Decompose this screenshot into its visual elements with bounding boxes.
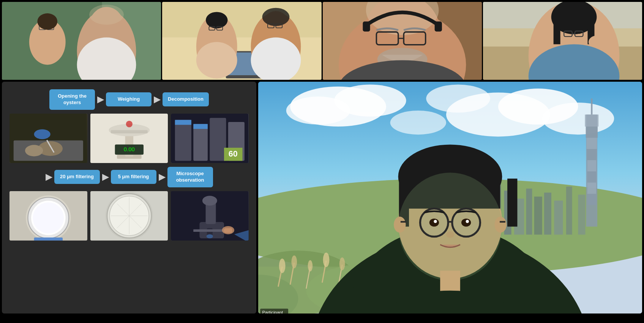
svg-rect-128 — [534, 196, 542, 234]
svg-rect-141 — [587, 194, 596, 205]
svg-rect-85 — [194, 124, 208, 161]
svg-rect-111 — [224, 228, 232, 233]
svg-rect-134 — [585, 114, 598, 127]
btn-weighing: Weighing — [106, 92, 152, 106]
svg-point-106 — [202, 196, 217, 206]
svg-text:0.00: 0.00 — [123, 146, 134, 152]
svg-point-82 — [126, 120, 132, 127]
arrow-4: ▶ — [159, 172, 165, 182]
svg-rect-142 — [591, 98, 592, 114]
svg-point-153 — [291, 255, 297, 268]
top-video-row: Aleksandra Zuk — [0, 0, 644, 82]
btn-filter-20um: 20 μm filtering — [54, 170, 100, 184]
svg-point-9 — [37, 13, 57, 30]
svg-rect-137 — [587, 149, 597, 160]
btn-opening-oysters: Opening theoysters — [49, 89, 95, 110]
workflow-row-1: Opening theoysters ▶ Weighing ▶ Decompos… — [9, 89, 249, 110]
svg-point-30 — [262, 8, 290, 26]
participant-2-video: Pei-Chieh Lin — [162, 2, 321, 80]
arrow-2: ▶ — [154, 95, 160, 104]
svg-point-120 — [390, 111, 446, 135]
svg-rect-91 — [194, 124, 208, 129]
svg-rect-136 — [587, 138, 597, 149]
participant-3-video: Participant — [323, 2, 482, 80]
btn-microscope: Microscopeobservation — [167, 167, 213, 187]
svg-point-23 — [206, 12, 227, 28]
video-participant-3: Participant — [323, 2, 482, 80]
svg-rect-90 — [175, 120, 191, 125]
svg-rect-59 — [553, 17, 560, 44]
btn-decomposition: Decomposition — [163, 92, 209, 106]
bottom-row: Opening theoysters ▶ Weighing ▶ Decompos… — [0, 82, 644, 315]
svg-rect-127 — [526, 188, 532, 234]
img-filter-20um — [9, 191, 87, 241]
svg-rect-131 — [566, 187, 572, 234]
svg-rect-163 — [507, 179, 517, 226]
svg-rect-130 — [554, 201, 563, 235]
arrow-3: ▶ — [102, 172, 109, 182]
workflow-row-2: ▶ 20 μm filtering ▶ 5 μm filtering ▶ Mic… — [9, 167, 249, 187]
svg-rect-43 — [363, 22, 370, 32]
svg-point-175 — [461, 218, 471, 226]
svg-point-71 — [25, 145, 43, 156]
svg-rect-97 — [34, 238, 63, 241]
btn-filter-5um: 5 μm filtering — [111, 170, 156, 184]
svg-point-155 — [323, 253, 330, 267]
svg-point-164 — [398, 173, 502, 280]
img-weighing-scale: 0.00 — [90, 114, 168, 163]
svg-rect-129 — [544, 193, 551, 235]
video-participant-1: Aleksandra Zuk — [2, 2, 161, 80]
svg-point-27 — [196, 42, 237, 78]
svg-text:Participant: Participant — [262, 310, 283, 314]
svg-rect-139 — [587, 171, 596, 182]
svg-point-177 — [466, 220, 469, 223]
svg-rect-140 — [587, 183, 596, 194]
arrow-1: ▶ — [97, 95, 104, 104]
images-row-2 — [9, 191, 249, 241]
presentation-panel: Opening theoysters ▶ Weighing ▶ Decompos… — [2, 82, 256, 314]
participant-4-video: Participant — [483, 2, 642, 80]
video-participant-2: Pei-Chieh Lin — [162, 2, 321, 80]
svg-point-166 — [494, 217, 507, 233]
svg-point-96 — [33, 202, 64, 233]
svg-point-174 — [429, 218, 439, 226]
svg-point-154 — [308, 260, 313, 271]
main-speaker-svg: Participant — [258, 82, 642, 314]
app-container: Aleksandra Zuk — [0, 0, 644, 323]
svg-point-178 — [446, 231, 454, 238]
svg-rect-86 — [210, 118, 226, 161]
svg-rect-73 — [36, 130, 48, 138]
img-oyster-opening — [9, 114, 87, 163]
svg-point-115 — [286, 97, 350, 125]
arrow-left-start: ▶ — [46, 172, 52, 182]
svg-rect-132 — [578, 195, 586, 234]
svg-point-12 — [89, 5, 124, 25]
participant-1-video: Aleksandra Zuk — [2, 2, 161, 80]
svg-point-152 — [279, 259, 286, 273]
img-decomposition: 60 — [171, 114, 249, 163]
img-filter-5um — [90, 191, 168, 241]
svg-point-119 — [426, 84, 490, 112]
svg-rect-84 — [175, 120, 191, 161]
main-speaker-video: Participant — [258, 82, 642, 314]
svg-point-61 — [589, 36, 605, 49]
svg-point-108 — [207, 234, 213, 238]
img-microscope-obs — [171, 191, 249, 241]
images-row-1: 0.00 60 — [9, 114, 249, 163]
svg-point-156 — [339, 257, 345, 270]
svg-rect-44 — [434, 22, 442, 32]
svg-rect-135 — [586, 127, 598, 138]
svg-point-165 — [394, 217, 406, 233]
svg-rect-138 — [587, 160, 596, 171]
svg-rect-79 — [111, 130, 148, 133]
video-participant-4: Participant — [483, 2, 642, 80]
svg-point-118 — [542, 103, 614, 135]
svg-point-176 — [434, 220, 437, 223]
svg-text:60: 60 — [229, 149, 238, 158]
